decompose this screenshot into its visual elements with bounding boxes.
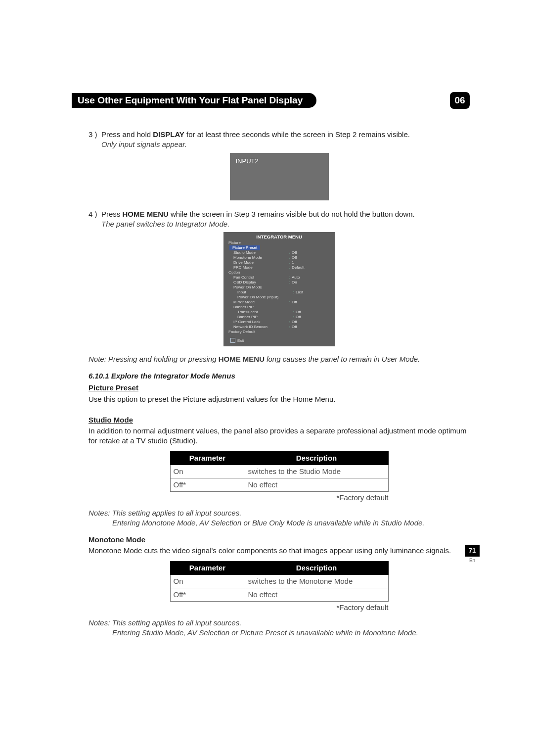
menu-row-key: OSD Display bbox=[233, 280, 288, 285]
menu-row: FRC Mode:Default bbox=[223, 265, 335, 270]
col-description: Description bbox=[245, 451, 388, 465]
menu-row-value: Off bbox=[292, 255, 335, 260]
menu-row-value: Off bbox=[292, 325, 335, 330]
menu-row-value: Auto bbox=[292, 275, 335, 280]
menu-row: Drive Mode:1 bbox=[223, 260, 335, 265]
monotone-mode-title: Monotone Mode bbox=[89, 535, 470, 545]
menu-row-key: Fan Control bbox=[233, 275, 288, 280]
cell-parameter: Off* bbox=[170, 588, 245, 602]
menu-row: Fan Control:Auto bbox=[223, 275, 335, 280]
menu-group-option: Option bbox=[223, 270, 335, 275]
menu-row-key: Banner PIP bbox=[237, 315, 292, 320]
step-number: 4 ) bbox=[89, 209, 101, 219]
menu-row-value: On bbox=[292, 280, 335, 285]
menu-row-colon: : bbox=[288, 250, 292, 255]
menu-row-colon: : bbox=[292, 315, 296, 320]
menu-exit: Exit bbox=[223, 334, 335, 343]
manual-page: Use Other Equipment With Your Flat Panel… bbox=[0, 0, 534, 756]
step-text-post: for at least three seconds while the scr… bbox=[184, 130, 410, 139]
step-4-italic: The panel switches to Integrator Mode. bbox=[101, 219, 470, 229]
section-heading: 6.10.1 Explore the Integrator Mode Menus bbox=[89, 371, 470, 381]
table-row: Off*No effect bbox=[170, 478, 388, 492]
integrator-note: Note: Pressing and holding or pressing H… bbox=[89, 354, 470, 364]
notes-line-1: Notes: This setting applies to all input… bbox=[89, 508, 470, 518]
step-3-italic: Only input signals appear. bbox=[101, 140, 470, 149]
menu-row-value bbox=[296, 295, 335, 300]
monotone-mode-body: Monotone Mode cuts the video signal's co… bbox=[89, 546, 470, 556]
menu-row-key: Studio Mode bbox=[233, 250, 288, 255]
factory-default-note: *Factory default bbox=[170, 493, 389, 503]
menu-row-value: Last bbox=[296, 290, 335, 295]
menu-row-colon bbox=[288, 305, 292, 310]
monotone-mode-table: Parameter Description Onswitches to the … bbox=[170, 561, 389, 602]
menu-row-colon: : bbox=[288, 265, 292, 270]
menu-row: Input:Last bbox=[223, 290, 335, 295]
note-post: long causes the panel to remain in User … bbox=[265, 355, 420, 363]
step-text-pre: Press bbox=[101, 210, 123, 218]
menu-row: Banner PIP bbox=[223, 305, 335, 310]
studio-mode-body: In addition to normal adjustment values,… bbox=[89, 426, 470, 446]
menu-factory-default: Factory Default bbox=[223, 330, 335, 334]
menu-row-value: 1 bbox=[292, 260, 335, 265]
table-row: Off*No effect bbox=[170, 588, 388, 602]
chapter-header: Use Other Equipment With Your Flat Panel… bbox=[72, 93, 470, 108]
menu-row: Studio Mode:Off bbox=[223, 250, 335, 255]
cell-description: switches to the Studio Mode bbox=[245, 465, 388, 478]
notes-line-1: Notes: This setting applies to all input… bbox=[89, 618, 470, 628]
menu-row-value: Off bbox=[292, 320, 335, 325]
menu-row-value: Off bbox=[296, 310, 335, 315]
factory-default-note: *Factory default bbox=[170, 603, 389, 613]
cell-parameter: On bbox=[170, 574, 245, 588]
step-text-post: while the screen in Step 3 remains visib… bbox=[169, 210, 415, 218]
chapter-number-badge: 06 bbox=[450, 92, 470, 109]
menu-row-colon bbox=[288, 285, 292, 290]
integrator-menu-title: INTEGRATOR MENU bbox=[223, 232, 335, 240]
menu-row-key: FRC Mode bbox=[233, 265, 288, 270]
step-text-pre: Press and hold bbox=[101, 130, 153, 139]
menu-row-colon: : bbox=[288, 325, 292, 330]
exit-label: Exit bbox=[237, 338, 244, 343]
osd-input-box: INPUT2 bbox=[230, 153, 329, 200]
menu-row-value: Off bbox=[292, 250, 335, 255]
menu-row-colon: : bbox=[292, 310, 296, 315]
col-parameter: Parameter bbox=[170, 451, 245, 465]
page-footer: 71 En bbox=[465, 545, 480, 563]
cell-parameter: Off* bbox=[170, 478, 245, 492]
note-pre: Note: Pressing and holding or pressing bbox=[89, 355, 219, 363]
menu-row-value bbox=[292, 285, 335, 290]
menu-row: Monotone Mode:Off bbox=[223, 255, 335, 260]
page-language: En bbox=[465, 558, 480, 563]
menu-row-colon: : bbox=[288, 255, 292, 260]
col-parameter: Parameter bbox=[170, 561, 245, 574]
page-number: 71 bbox=[465, 545, 480, 557]
cell-description: No effect bbox=[245, 478, 388, 492]
menu-row: OSD Display:On bbox=[223, 280, 335, 285]
exit-icon bbox=[230, 338, 235, 343]
menu-row-key: Power On Mode bbox=[233, 285, 288, 290]
step-number: 3 ) bbox=[89, 130, 101, 140]
menu-row-colon: : bbox=[288, 275, 292, 280]
page-title: Use Other Equipment With Your Flat Panel… bbox=[72, 93, 316, 108]
menu-row-colon: : bbox=[288, 280, 292, 285]
menu-group-picture: Picture bbox=[223, 240, 335, 245]
notes-line-2: Entering Monotone Mode, AV Selection or … bbox=[112, 518, 470, 528]
cell-parameter: On bbox=[170, 465, 245, 478]
menu-row-colon: : bbox=[288, 320, 292, 325]
menu-row: Banner PIP:Off bbox=[223, 315, 335, 320]
studio-mode-title: Studio Mode bbox=[89, 415, 470, 425]
menu-row-key: Power On Mode (Input) bbox=[237, 295, 292, 300]
menu-row-value: Off bbox=[292, 300, 335, 305]
option-rows: Fan Control:AutoOSD Display:OnPower On M… bbox=[223, 275, 335, 330]
menu-row-value: Default bbox=[292, 265, 335, 270]
menu-row: Power On Mode bbox=[223, 285, 335, 290]
menu-row-key: Drive Mode bbox=[233, 260, 288, 265]
menu-row-key: IP Control Lock bbox=[233, 320, 288, 325]
studio-mode-table: Parameter Description Onswitches to the … bbox=[170, 451, 389, 492]
cell-description: No effect bbox=[245, 588, 388, 602]
cell-description: switches to the Monotone Mode bbox=[245, 574, 388, 588]
display-key: DISPLAY bbox=[153, 130, 184, 139]
menu-highlight: Picture Preset bbox=[229, 245, 260, 250]
home-menu-key: HOME MENU bbox=[219, 355, 265, 363]
menu-row-key: Network ID Beacon bbox=[233, 325, 288, 330]
menu-row-value bbox=[292, 305, 335, 310]
